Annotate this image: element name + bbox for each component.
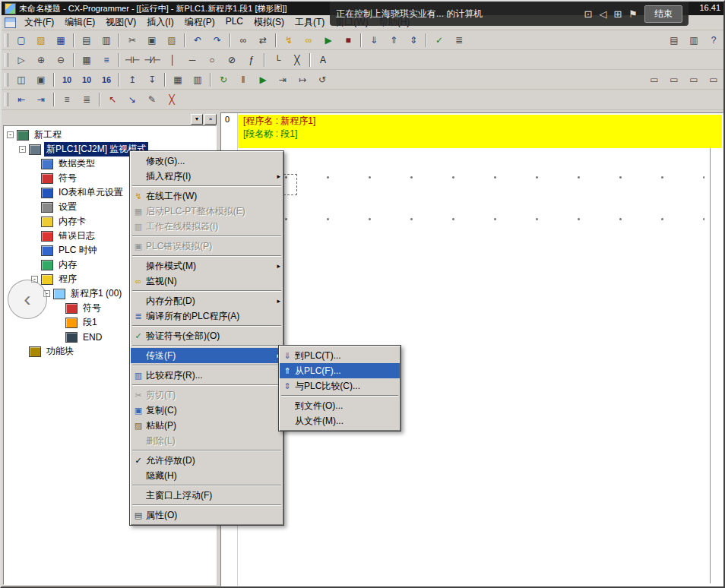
- tree-item-new-project[interactable]: -新工程: [4, 128, 216, 142]
- menu-item-allow-docking[interactable]: ✓允许停放(D): [131, 453, 283, 468]
- download-to-plc-button[interactable]: ⇓: [364, 33, 384, 48]
- menu-item-hide[interactable]: 隐藏(H): [131, 468, 283, 483]
- menu-item-compile-all-plc-programs[interactable]: ≣编译所有的PLC程序(A): [131, 308, 283, 324]
- new-closed-contact-button[interactable]: ⊣∕⊢: [142, 52, 163, 68]
- help-button[interactable]: ?: [704, 33, 723, 48]
- expand-toggle[interactable]: -: [19, 146, 26, 153]
- step-over-button[interactable]: ↦: [293, 72, 312, 87]
- edit-pen-button[interactable]: ✎: [142, 92, 162, 107]
- expand-toggle[interactable]: -: [7, 131, 14, 138]
- menu-item-float-on-main-window[interactable]: 主窗口上浮动(F): [131, 488, 283, 503]
- print-button[interactable]: ▤: [77, 33, 97, 48]
- toolbar-grip[interactable]: [5, 53, 8, 67]
- new-horizontal-line-button[interactable]: ─: [182, 52, 202, 68]
- refresh-monitor-button[interactable]: ↻: [214, 72, 233, 87]
- run-simulation-button[interactable]: ▶: [253, 72, 273, 87]
- pause-monitor-button[interactable]: ‖: [233, 72, 253, 87]
- line-connect-button[interactable]: └: [268, 52, 287, 68]
- erase-button[interactable]: ╳: [162, 92, 182, 107]
- redo-button[interactable]: ↷: [207, 33, 227, 48]
- menu-item-memory-allocation[interactable]: 内存分配(D)▸: [131, 293, 283, 308]
- local-symbols-button[interactable]: ≡: [97, 52, 116, 68]
- menu-item-to-file[interactable]: 到文件(O)...: [280, 398, 400, 413]
- toolbar-grip[interactable]: [5, 93, 8, 106]
- menu-simulation[interactable]: 模拟(S): [249, 14, 290, 30]
- menu-plc[interactable]: PLC: [220, 14, 249, 30]
- new-instruction-button[interactable]: ƒ: [242, 52, 261, 68]
- copy-button[interactable]: ▣: [142, 33, 162, 48]
- indent-increase-button[interactable]: ⇥: [31, 92, 51, 107]
- share-icon[interactable]: ⚑: [628, 8, 638, 20]
- compile-all-button[interactable]: ≣: [449, 33, 469, 48]
- paste-button[interactable]: ▨: [162, 33, 182, 48]
- pane-2-button[interactable]: ▭: [664, 72, 684, 87]
- bookmark-list-button[interactable]: ≡: [57, 92, 77, 107]
- text-comment-button[interactable]: A: [313, 52, 333, 68]
- toolbar-grip[interactable]: [5, 33, 8, 47]
- menu-view[interactable]: 视图(V): [100, 14, 141, 30]
- menu-item-modify[interactable]: 修改(G)...: [131, 153, 283, 169]
- upload-from-plc-button[interactable]: ⇑: [384, 33, 404, 48]
- pane-3-button[interactable]: ▭: [684, 72, 704, 87]
- menu-item-transfer[interactable]: 传送(F)▸: [131, 348, 283, 363]
- indent-decrease-button[interactable]: ⇤: [11, 92, 31, 107]
- monitor-window-button[interactable]: ▦: [168, 72, 188, 87]
- windows-icon[interactable]: ⊞: [613, 8, 622, 20]
- line-delete-button[interactable]: ╳: [287, 52, 307, 68]
- tree-pin-button[interactable]: ▾: [191, 114, 203, 125]
- step-run-button[interactable]: ⇥: [273, 72, 293, 87]
- zoom-level-16-button[interactable]: 16: [97, 72, 116, 87]
- print-preview-button[interactable]: ▥: [97, 33, 116, 48]
- menu-item-monitor[interactable]: ∞监视(N): [131, 273, 283, 289]
- new-closed-coil-button[interactable]: ⊘: [222, 52, 242, 68]
- menu-item-paste[interactable]: ▨粘贴(P): [131, 418, 283, 433]
- rung-up-button[interactable]: ↥: [122, 72, 142, 87]
- compile-button[interactable]: ✓: [429, 33, 449, 48]
- grid-toggle-button[interactable]: ▦: [77, 52, 97, 68]
- window-split-button[interactable]: ◫: [11, 72, 31, 87]
- pane-1-button[interactable]: ▭: [644, 72, 664, 87]
- replace-button[interactable]: ⇄: [253, 33, 273, 48]
- new-vertical-line-button[interactable]: │: [163, 52, 182, 68]
- bookmark-list-2-button[interactable]: ≣: [77, 92, 97, 107]
- tree-close-button[interactable]: ×: [204, 114, 217, 125]
- cut-button[interactable]: ✂: [122, 33, 142, 48]
- select-arrow-button[interactable]: ↖: [103, 92, 122, 107]
- open-project-button[interactable]: ▧: [31, 33, 51, 48]
- menu-insert[interactable]: 插入(I): [141, 14, 179, 30]
- menu-tools[interactable]: 工具(T): [290, 14, 330, 30]
- stop-monitor-button[interactable]: ■: [338, 33, 358, 48]
- window-cascade-button[interactable]: ▤: [664, 33, 684, 48]
- window-new-button[interactable]: ▣: [31, 72, 51, 87]
- menu-item-from-file[interactable]: 从文件(M)...: [280, 413, 400, 428]
- draw-arrow-button[interactable]: ↘: [122, 92, 142, 107]
- reset-simulation-button[interactable]: ↺: [312, 72, 332, 87]
- new-file-button[interactable]: ▢: [11, 33, 31, 48]
- zoom-in-button[interactable]: ⊕: [31, 52, 51, 68]
- volume-icon[interactable]: ◁: [599, 8, 606, 20]
- new-coil-button[interactable]: ○: [202, 52, 222, 68]
- save-project-button[interactable]: ▦: [51, 33, 71, 48]
- menu-item-insert-program[interactable]: 插入程序(I)▸: [131, 169, 283, 184]
- window-tile-button[interactable]: ▥: [684, 33, 704, 48]
- end-session-button[interactable]: 结束: [644, 5, 682, 23]
- zoom-level-10b-button[interactable]: 10: [77, 72, 97, 87]
- fullscreen-icon[interactable]: ⊡: [584, 8, 593, 20]
- menu-item-compare-with-plc[interactable]: ⇕与PLC比较(C)...: [280, 378, 400, 394]
- compare-with-plc-button[interactable]: ⇕: [404, 33, 423, 48]
- menu-file[interactable]: 文件(F): [19, 14, 59, 30]
- remote-back-button[interactable]: ‹: [8, 280, 47, 319]
- new-contact-button[interactable]: ⊣⊢: [122, 52, 142, 68]
- menu-item-online-work[interactable]: ↯在线工作(W): [131, 188, 283, 204]
- run-mode-button[interactable]: ▶: [318, 33, 338, 48]
- menu-edit[interactable]: 编辑(E): [59, 14, 100, 30]
- undo-button[interactable]: ↶: [188, 33, 207, 48]
- menu-item-verify-symbols-all[interactable]: ✓验证符号(全部)(O): [131, 328, 283, 343]
- rung-down-button[interactable]: ↧: [142, 72, 162, 87]
- menu-item-operation-mode[interactable]: 操作模式(M)▸: [131, 258, 283, 273]
- pane-4-button[interactable]: ▭: [704, 72, 723, 87]
- selection-tool-button[interactable]: ▷: [11, 52, 31, 68]
- zoom-out-button[interactable]: ⊖: [51, 52, 71, 68]
- menu-item-to-plc[interactable]: ⇓到PLC(T)...: [280, 348, 400, 363]
- work-online-button[interactable]: ↯: [279, 33, 299, 48]
